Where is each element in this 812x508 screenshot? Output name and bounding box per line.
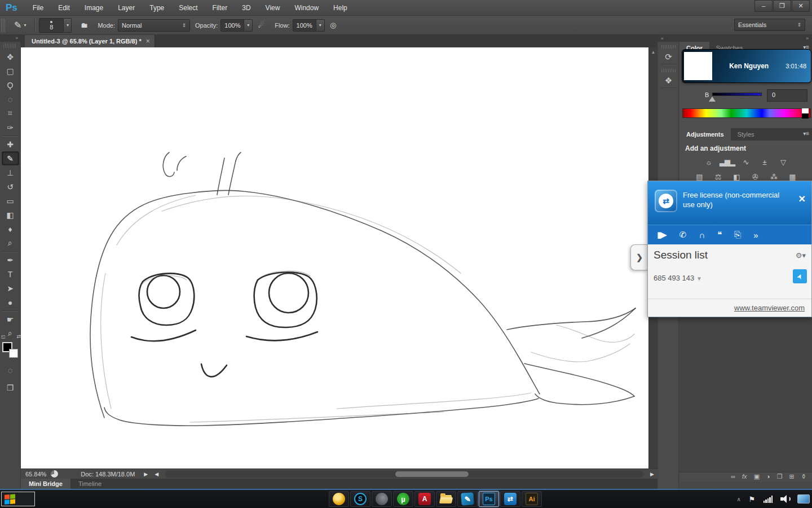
tab-adjustments[interactable]: Adjustments — [679, 128, 731, 141]
horizontal-scrollbar-thumb[interactable] — [395, 471, 469, 477]
menu-select[interactable]: Select — [171, 0, 205, 16]
path-selection-tool[interactable]: ➤ — [2, 281, 19, 295]
layer-mask-icon[interactable]: ▣ — [754, 473, 760, 482]
levels-icon[interactable]: ▃▆▂ — [721, 156, 734, 168]
blur-tool[interactable]: ♦ — [2, 222, 19, 236]
expand-dock-chevron[interactable]: « — [661, 35, 664, 42]
taskbar-illustrator-button[interactable]: Ai — [522, 491, 542, 507]
teamviewer-collapse-tab[interactable]: ❯ — [630, 244, 648, 270]
clone-stamp-tool[interactable]: ⊥ — [2, 165, 19, 179]
close-icon[interactable]: ✕ — [798, 194, 806, 204]
network-signal-icon[interactable] — [764, 496, 773, 503]
quick-mask-button[interactable]: ◌ — [2, 363, 19, 377]
menu-filter[interactable]: Filter — [205, 0, 235, 16]
b-channel-slider[interactable] — [712, 93, 762, 96]
menu-help[interactable]: Help — [326, 0, 355, 16]
menu-window[interactable]: Window — [287, 0, 326, 16]
swap-colors-icon[interactable]: ⇄ — [2, 334, 21, 339]
volume-icon[interactable] — [780, 495, 789, 503]
file-transfer-icon[interactable]: ⎘ — [734, 230, 740, 240]
ramp-white-black-swatches[interactable] — [802, 108, 809, 118]
tray-expand-chevron[interactable]: ∧ — [737, 496, 741, 502]
menu-3d[interactable]: 3D — [235, 0, 258, 16]
pen-tool[interactable]: ✒ — [2, 253, 19, 267]
chat-icon[interactable]: ❝ — [717, 230, 721, 240]
dodge-tool[interactable]: ⌕ — [2, 236, 19, 250]
tab-mini-bridge[interactable]: Mini Bridge — [21, 479, 70, 489]
start-button[interactable] — [1, 492, 35, 506]
flow-dropdown[interactable]: 100% ▾ — [293, 19, 325, 32]
horizontal-scrollbar[interactable] — [165, 471, 643, 478]
b-channel-value[interactable]: 0 — [767, 89, 807, 102]
spot-healing-brush-tool[interactable]: ✚ — [2, 137, 19, 151]
phone-call-icon[interactable]: ✆ — [679, 230, 686, 240]
scroll-right-icon[interactable]: ▶ — [647, 471, 657, 477]
history-panel-icon[interactable]: ⟳ — [661, 50, 677, 64]
teamviewer-session-bar[interactable]: Ken Nguyen 3:01:48 — [682, 50, 811, 82]
taskbar-teamviewer-button[interactable]: ⇄ — [500, 491, 520, 507]
taskbar-chrome-button[interactable] — [329, 491, 349, 507]
tab-styles[interactable]: Styles — [731, 128, 761, 141]
history-brush-tool[interactable]: ↺ — [2, 179, 19, 194]
collapse-dock-chevron[interactable]: » — [806, 35, 809, 42]
tab-timeline[interactable]: Timeline — [70, 479, 109, 489]
taskbar-photoshop-button[interactable]: Ps — [479, 491, 499, 507]
restore-button[interactable]: ❐ — [773, 0, 791, 12]
scroll-left-icon[interactable]: ◀ — [151, 471, 162, 477]
crop-tool[interactable]: ⌗ — [2, 106, 19, 120]
opacity-dropdown[interactable]: 100% ▾ — [220, 19, 253, 32]
white-swatch[interactable] — [802, 108, 809, 113]
menu-file[interactable]: File — [25, 0, 51, 16]
toggle-brush-panel-button[interactable]: 🖿 — [77, 19, 91, 32]
3d-panel-icon[interactable]: ❖ — [661, 73, 677, 88]
brush-preset-picker[interactable]: 8 ▾ — [39, 18, 72, 33]
scroll-up-icon[interactable]: ▲ — [649, 47, 657, 55]
voip-headset-icon[interactable]: ∩ — [699, 230, 704, 240]
b-slider-thumb[interactable] — [709, 97, 716, 102]
menu-type[interactable]: Type — [142, 0, 171, 16]
gear-icon[interactable]: ⚙▾ — [796, 251, 806, 260]
black-swatch[interactable] — [802, 113, 809, 119]
screen-mode-button[interactable]: ❐ — [2, 380, 19, 395]
document-tab[interactable]: Untitled-3 @ 65.8% (Layer 1, RGB/8) * × — [25, 35, 155, 47]
menu-layer[interactable]: Layer — [111, 0, 142, 16]
color-spectrum-ramp[interactable] — [682, 108, 811, 118]
lasso-tool[interactable]: Ϙ — [2, 78, 19, 92]
adjustment-layer-icon[interactable]: ◑ — [766, 473, 770, 482]
taskbar-skype-button[interactable]: S — [350, 491, 370, 507]
session-id-row[interactable]: 685 493 143 ▼ — [654, 274, 702, 282]
show-desktop-monitor-icon[interactable] — [797, 494, 810, 503]
teamviewer-website-link[interactable]: www.teamviewer.com — [734, 304, 805, 312]
taskbar-journal-button[interactable]: ✎ — [457, 491, 478, 507]
quick-selection-tool[interactable]: ◌ — [2, 92, 19, 106]
taskbar-utorrent-button[interactable]: µ — [393, 491, 413, 507]
more-actions-icon[interactable]: » — [753, 230, 757, 240]
blend-mode-dropdown[interactable]: Normal ⇕ — [118, 19, 190, 32]
menu-image[interactable]: Image — [77, 0, 111, 16]
brush-tool[interactable]: ✎ — [2, 151, 19, 165]
taskbar-acrobat-button[interactable]: A — [414, 491, 435, 507]
tool-preset-picker[interactable]: ✎ ▾ — [10, 20, 30, 30]
move-tool[interactable]: ✥ — [2, 50, 19, 64]
curves-icon[interactable]: ∿ — [739, 156, 753, 168]
airbrush-button[interactable]: ◎ — [326, 19, 340, 32]
eyedropper-tool[interactable]: ✑ — [2, 120, 19, 134]
background-color-swatch[interactable] — [9, 349, 18, 358]
status-flyout-button[interactable]: ▶ — [140, 471, 151, 477]
pressure-opacity-button[interactable]: ☄ — [254, 19, 268, 32]
close-button[interactable]: ✕ — [792, 0, 810, 12]
workspace-switcher[interactable]: Essentials ⇕ — [734, 19, 805, 31]
ellipse-shape-tool[interactable]: ● — [2, 295, 19, 309]
remote-control-button[interactable]: ➤ — [793, 269, 807, 283]
panel-menu-icon[interactable]: ▾≡ — [803, 130, 809, 137]
document-canvas[interactable] — [21, 47, 648, 468]
zoom-level-field[interactable]: 65.84% — [21, 471, 51, 478]
action-center-flag-icon[interactable]: ⚑ — [749, 495, 756, 503]
hand-tool[interactable]: ☛ — [2, 312, 19, 326]
video-call-icon[interactable]: ▮▶ — [657, 230, 666, 240]
close-document-icon[interactable]: × — [146, 37, 150, 45]
eraser-tool[interactable]: ▭ — [2, 194, 19, 208]
taskbar-steam-button[interactable] — [372, 491, 392, 507]
link-layers-icon[interactable]: ∞ — [731, 473, 735, 482]
new-layer-icon[interactable]: ⊞ — [789, 473, 795, 482]
